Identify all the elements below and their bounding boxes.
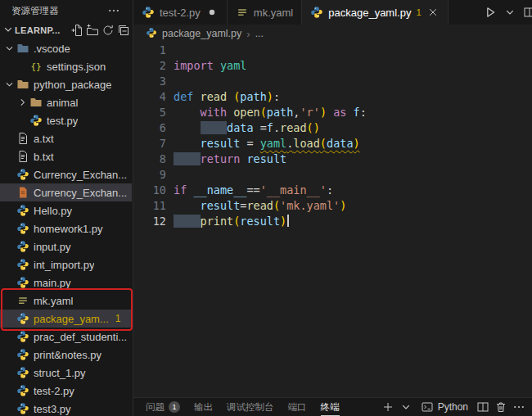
refresh-button[interactable] bbox=[100, 23, 115, 38]
line-number: 1 bbox=[133, 43, 166, 58]
tree-item-a-txt[interactable]: a.txt bbox=[0, 129, 132, 147]
python-icon bbox=[16, 222, 29, 235]
tab-label: package_yaml.py bbox=[328, 7, 411, 19]
code-line[interactable]: 6 data =f.read() bbox=[133, 120, 532, 136]
python-icon bbox=[16, 204, 29, 217]
chevron-down-icon[interactable] bbox=[3, 42, 16, 55]
code-text: if __name__=='__main__': bbox=[166, 183, 333, 198]
sidebar-title: 资源管理器 bbox=[11, 5, 105, 17]
tree-item-test-2-py[interactable]: test-2.py bbox=[0, 382, 132, 400]
chevron-down-icon bbox=[399, 400, 413, 414]
new-folder-button[interactable] bbox=[84, 23, 100, 38]
trash-icon bbox=[494, 400, 507, 414]
tree-item-label: test-2.py bbox=[34, 385, 74, 397]
close-icon[interactable] bbox=[426, 6, 440, 19]
collapse-all-icon bbox=[117, 24, 130, 37]
plus-button[interactable] bbox=[380, 399, 397, 416]
workspace-section-header[interactable]: LEARNP... bbox=[0, 21, 133, 39]
chevron-down-icon[interactable] bbox=[3, 78, 16, 91]
tree-item-settings-json[interactable]: {}settings.json bbox=[0, 57, 132, 75]
tree-item-input-py[interactable]: input.py bbox=[0, 237, 132, 255]
svg-text:{}: {} bbox=[30, 61, 41, 72]
python-icon bbox=[146, 27, 157, 38]
code-line[interactable]: 7 result = yaml.load(data) bbox=[133, 136, 532, 151]
problems-count-badge: 1 bbox=[416, 7, 421, 17]
tab-package-yaml-py[interactable]: package_yaml.py1 bbox=[302, 0, 449, 25]
terminal-icon bbox=[421, 400, 434, 414]
panel-tab-item[interactable]: 端口 bbox=[288, 398, 307, 416]
more-icon bbox=[107, 4, 120, 17]
tab-bar: test-2.pymk.yamlpackage_yaml.py1 bbox=[133, 0, 532, 25]
folder-tan-icon bbox=[29, 96, 43, 109]
panel-tab-item[interactable]: 问题1 bbox=[146, 398, 180, 416]
tree-item-hello-py[interactable]: Hello.py bbox=[0, 201, 132, 219]
sidebar-more-button[interactable] bbox=[105, 2, 123, 20]
tab-test-2-py[interactable]: test-2.py bbox=[133, 0, 228, 25]
tree-item-label: package_yam... bbox=[34, 313, 109, 325]
tree-item-currency-exchan[interactable]: Currency_Exchan... bbox=[0, 165, 132, 183]
code-line[interactable]: 1 bbox=[133, 43, 532, 58]
terminal-profile[interactable]: Python bbox=[416, 400, 473, 414]
code-line[interactable]: 5 with open(path,'r') as f: bbox=[133, 105, 532, 120]
tree-item-test3-py[interactable]: test3.py bbox=[0, 400, 132, 416]
tree-item-animal[interactable]: animal bbox=[0, 93, 132, 111]
tree-item-main-py[interactable]: main.py bbox=[0, 274, 132, 292]
tree-item-mk-yaml[interactable]: mk.yaml bbox=[0, 292, 132, 310]
python-icon bbox=[16, 312, 29, 325]
json-icon: {} bbox=[29, 60, 43, 73]
tab-label: mk.yaml bbox=[254, 7, 293, 19]
code-line[interactable]: 3 bbox=[133, 74, 532, 89]
tree-item-package-yam[interactable]: package_yam...1 bbox=[0, 310, 132, 328]
trash-button[interactable] bbox=[492, 399, 509, 416]
python-icon bbox=[16, 348, 29, 361]
more-button[interactable] bbox=[510, 399, 527, 416]
code-area[interactable]: 12import yaml34def read (path):5 with op… bbox=[133, 43, 532, 397]
split-button[interactable] bbox=[474, 399, 491, 416]
code-line[interactable]: 2import yaml bbox=[133, 58, 532, 74]
panel-tab-item[interactable]: 终端 bbox=[321, 398, 340, 416]
breadcrumb-more[interactable]: ... bbox=[255, 28, 264, 39]
panel-tab-label: 调试控制台 bbox=[227, 401, 274, 414]
tree-item-print-notes-py[interactable]: print&notes.py bbox=[0, 346, 132, 364]
python-icon bbox=[16, 330, 29, 343]
line-number: 4 bbox=[133, 89, 166, 105]
line-number: 10 bbox=[133, 183, 166, 198]
terminal-profile-label: Python bbox=[438, 401, 468, 413]
tree-item-label: test3.py bbox=[34, 403, 71, 415]
code-line[interactable]: 11 result=read('mk.yaml') bbox=[133, 198, 532, 214]
line-number: 9 bbox=[133, 167, 166, 183]
tree-item-currency-exchan[interactable]: Currency_Exchan... bbox=[0, 183, 132, 201]
collapse-all-button[interactable] bbox=[115, 23, 131, 38]
tree-item-label: Currency_Exchan... bbox=[34, 169, 127, 181]
chevron-down-button[interactable] bbox=[398, 399, 415, 416]
code-text bbox=[166, 167, 174, 183]
tree-item-b-txt[interactable]: b.txt bbox=[0, 147, 132, 165]
tree-item-test-py[interactable]: test.py bbox=[0, 111, 132, 129]
play-button[interactable] bbox=[481, 3, 499, 21]
panel-tab-item[interactable]: 输出 bbox=[194, 398, 213, 416]
tab-mk-yaml[interactable]: mk.yaml bbox=[228, 0, 302, 25]
breadcrumb-file[interactable]: package_yaml.py bbox=[162, 28, 241, 39]
tree-item-homework1-py[interactable]: homework1.py bbox=[0, 219, 132, 237]
code-line[interactable]: 8 return result bbox=[133, 151, 532, 167]
python-icon bbox=[16, 276, 29, 289]
code-line[interactable]: 4def read (path): bbox=[133, 89, 532, 105]
tree-item-label: animal bbox=[47, 97, 78, 109]
tree-item-int-import-py[interactable]: int_import.py bbox=[0, 255, 132, 274]
split-button[interactable] bbox=[521, 3, 532, 21]
tree-item-prac-def-studenti[interactable]: prac_def_studenti... bbox=[0, 328, 132, 346]
code-line[interactable]: 10if __name__=='__main__': bbox=[133, 183, 532, 198]
chevron-down-icon bbox=[503, 6, 516, 19]
new-file-button[interactable] bbox=[69, 23, 84, 38]
chevron-right-icon[interactable] bbox=[16, 96, 29, 109]
panel-tab-label: 终端 bbox=[321, 401, 340, 414]
tree-item-python-package[interactable]: python_package bbox=[0, 75, 132, 93]
tree-item-struct-1-py[interactable]: struct_1.py bbox=[0, 364, 132, 382]
tree-item-label: .vscode bbox=[34, 43, 70, 55]
panel-tab-item[interactable]: 调试控制台 bbox=[227, 398, 274, 416]
code-line[interactable]: 9 bbox=[133, 167, 532, 183]
tree-item-vscode[interactable]: .vscode bbox=[0, 39, 132, 57]
refresh-icon bbox=[101, 24, 115, 37]
code-line[interactable]: 12 print(result) bbox=[133, 214, 532, 229]
chevron-down-button[interactable] bbox=[501, 3, 519, 21]
